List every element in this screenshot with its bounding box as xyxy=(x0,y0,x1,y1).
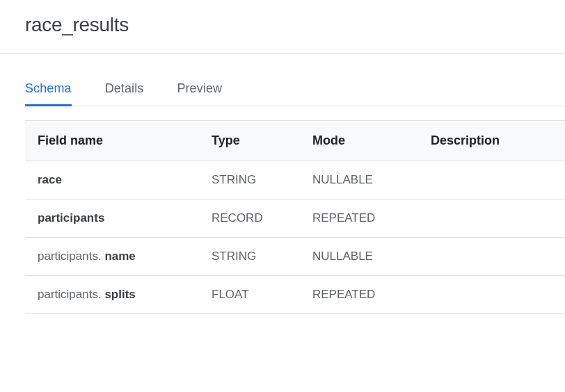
cell-mode: NULLABLE xyxy=(300,238,418,276)
cell-mode: REPEATED xyxy=(300,199,418,238)
cell-description xyxy=(418,161,565,199)
cell-type: RECORD xyxy=(199,199,300,238)
table-row: participants. splits FLOAT REPEATED xyxy=(25,276,565,314)
cell-mode: NULLABLE xyxy=(300,161,418,199)
cell-field-name: race xyxy=(25,161,199,199)
cell-field-name: participants xyxy=(25,199,199,238)
page-title: race_results xyxy=(25,14,565,36)
cell-mode: REPEATED xyxy=(300,276,418,314)
table-header-row: Field name Type Mode Description xyxy=(25,121,565,161)
tab-details[interactable]: Details xyxy=(105,81,144,106)
header: race_results xyxy=(0,0,565,54)
content-area: Schema Details Preview Field name Type M… xyxy=(0,81,565,314)
cell-type: STRING xyxy=(199,238,300,276)
column-header-description: Description xyxy=(418,121,565,161)
column-header-mode: Mode xyxy=(300,121,418,161)
table-row: participants. name STRING NULLABLE xyxy=(25,238,565,276)
cell-description xyxy=(418,238,565,276)
tab-schema[interactable]: Schema xyxy=(25,81,72,106)
cell-description xyxy=(418,199,565,238)
cell-description xyxy=(418,276,565,314)
cell-field-name: participants. splits xyxy=(25,276,199,314)
column-header-field-name: Field name xyxy=(25,121,199,161)
schema-table-container: Field name Type Mode Description race ST… xyxy=(25,120,565,314)
cell-field-name: participants. name xyxy=(25,238,199,276)
column-header-type: Type xyxy=(199,121,300,161)
tabs-container: Schema Details Preview xyxy=(25,81,565,106)
tab-preview[interactable]: Preview xyxy=(177,81,222,106)
cell-type: STRING xyxy=(199,161,300,199)
table-row: participants RECORD REPEATED xyxy=(25,199,565,238)
schema-table: Field name Type Mode Description race ST… xyxy=(25,120,565,314)
table-row: race STRING NULLABLE xyxy=(25,161,565,199)
cell-type: FLOAT xyxy=(199,276,300,314)
